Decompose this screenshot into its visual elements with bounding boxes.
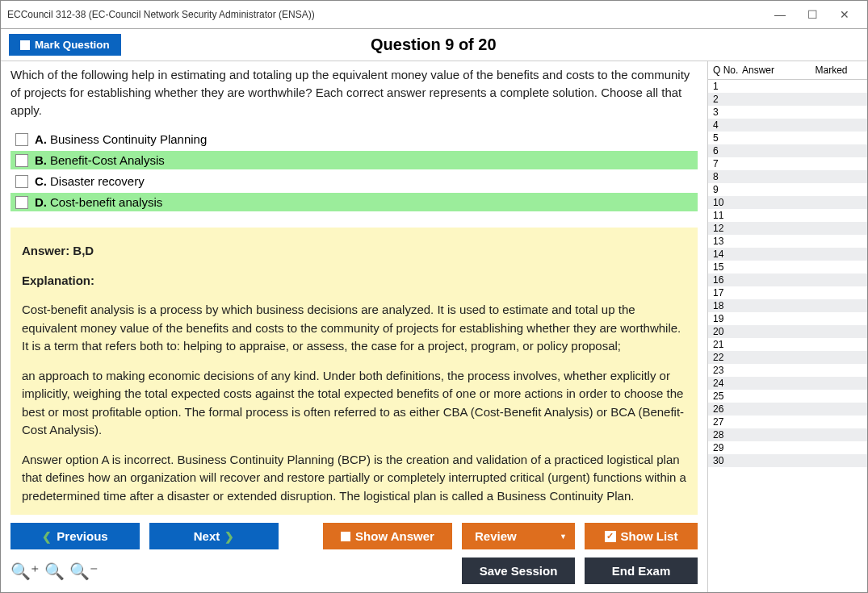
option-text: Business Continuity Planning	[50, 132, 207, 146]
show-list-label: Show List	[621, 529, 678, 543]
col-marked: Marked	[797, 65, 866, 76]
option-row[interactable]: A. Business Continuity Planning	[10, 130, 698, 148]
next-button[interactable]: Next ❯	[149, 523, 279, 549]
col-answer: Answer	[742, 65, 797, 76]
question-list-row[interactable]: 16	[708, 274, 867, 286]
close-icon[interactable]: ✕	[828, 4, 861, 25]
row-qno: 16	[713, 274, 745, 286]
minimize-icon[interactable]: —	[764, 4, 796, 25]
row-qno: 18	[713, 300, 745, 311]
previous-button[interactable]: ❮ Previous	[10, 523, 140, 549]
option-letter: C.	[35, 174, 47, 188]
mark-question-button[interactable]: Mark Question	[9, 34, 121, 56]
question-list-row[interactable]: 9	[708, 183, 867, 196]
question-list-sidebar: Q No. Answer Marked 12345678910111213141…	[707, 61, 867, 592]
question-list-row[interactable]: 14	[708, 248, 867, 261]
question-list-row[interactable]: 13	[708, 235, 867, 248]
question-list-row[interactable]: 28	[708, 428, 867, 441]
row-qno: 11	[713, 210, 745, 221]
question-list-row[interactable]: 8	[708, 170, 867, 183]
answer-panel: Answer: B,D Explanation: Cost-benefit an…	[10, 228, 698, 515]
zoom-controls: 🔍⁺ 🔍 🔍⁻	[10, 562, 99, 581]
option-row[interactable]: C. Disaster recovery	[10, 172, 698, 190]
zoom-icon[interactable]: 🔍	[44, 562, 65, 581]
checkbox-icon[interactable]	[15, 175, 28, 188]
review-label: Review	[475, 529, 517, 543]
question-list-row[interactable]: 29	[708, 441, 867, 454]
question-list-row[interactable]: 30	[708, 454, 867, 467]
question-list-row[interactable]: 5	[708, 132, 867, 144]
question-list-row[interactable]: 21	[708, 338, 867, 351]
window-title: ECCouncil 312-38 (EC-Council Network Sec…	[7, 9, 315, 20]
row-qno: 7	[713, 158, 745, 169]
content-scroll[interactable]: Which of the following help in estimatin…	[1, 61, 707, 515]
question-list-row[interactable]: 4	[708, 119, 867, 132]
checkbox-icon[interactable]	[15, 196, 28, 209]
row-qno: 24	[713, 378, 745, 389]
question-list-row[interactable]: 11	[708, 209, 867, 222]
zoom-out-icon[interactable]: 🔍⁻	[69, 562, 99, 581]
question-list-row[interactable]: 7	[708, 157, 867, 170]
question-list-row[interactable]: 17	[708, 286, 867, 299]
option-letter: A.	[35, 132, 47, 146]
question-list-row[interactable]: 20	[708, 325, 867, 338]
zoom-in-icon[interactable]: 🔍⁺	[10, 562, 40, 581]
checkbox-icon[interactable]	[15, 154, 28, 167]
question-list-row[interactable]: 12	[708, 222, 867, 235]
save-session-button[interactable]: Save Session	[462, 558, 575, 584]
option-row[interactable]: D. Cost-benefit analysis	[10, 193, 698, 211]
maximize-icon[interactable]: ☐	[796, 4, 828, 25]
previous-label: Previous	[57, 529, 107, 543]
sidebar-header: Q No. Answer Marked	[708, 61, 867, 80]
question-list-row[interactable]: 19	[708, 312, 867, 325]
question-list-row[interactable]: 23	[708, 364, 867, 377]
question-list-row[interactable]: 26	[708, 403, 867, 416]
end-exam-label: End Exam	[612, 564, 671, 578]
option-letter: D.	[35, 195, 47, 209]
question-list-row[interactable]: 6	[708, 144, 867, 157]
explanation-paragraph: an approach to making economic decisions…	[22, 367, 686, 440]
checkbox-icon	[341, 532, 350, 541]
end-exam-button[interactable]: End Exam	[585, 558, 698, 584]
checkbox-icon[interactable]	[15, 133, 28, 146]
question-list-row[interactable]: 18	[708, 299, 867, 312]
row-qno: 17	[713, 287, 745, 299]
row-qno: 3	[713, 106, 745, 118]
show-answer-label: Show Answer	[355, 529, 434, 543]
option-text: Cost-benefit analysis	[50, 195, 162, 209]
explanation-paragraph: Answer option A is incorrect. Business C…	[22, 451, 686, 506]
row-qno: 19	[713, 313, 745, 324]
explanation-paragraph: Cost-benefit analysis is a process by wh…	[22, 301, 686, 356]
question-list-row[interactable]: 2	[708, 93, 867, 106]
sidebar-scroll[interactable]: 1234567891011121314151617181920212223242…	[708, 80, 867, 592]
body: Which of the following help in estimatin…	[1, 61, 867, 592]
row-qno: 5	[713, 132, 745, 144]
review-button[interactable]: Review ▼	[462, 523, 575, 549]
question-list-row[interactable]: 1	[708, 80, 867, 93]
row-qno: 22	[713, 352, 745, 363]
chevron-left-icon: ❮	[42, 530, 52, 543]
row-qno: 20	[713, 326, 745, 337]
option-row[interactable]: B. Benefit-Cost Analysis	[10, 151, 698, 169]
row-qno: 25	[713, 390, 745, 402]
main-panel: Which of the following help in estimatin…	[1, 61, 707, 592]
question-list-row[interactable]: 10	[708, 196, 867, 209]
show-answer-button[interactable]: Show Answer	[323, 523, 452, 549]
option-letter: B.	[35, 153, 47, 167]
row-qno: 26	[713, 403, 745, 415]
question-list-row[interactable]: 24	[708, 377, 867, 390]
show-list-button[interactable]: ✓ Show List	[585, 523, 698, 549]
options-list: A. Business Continuity PlanningB. Benefi…	[1, 130, 707, 211]
question-list-row[interactable]: 27	[708, 416, 867, 428]
question-list-row[interactable]: 3	[708, 106, 867, 119]
question-list-row[interactable]: 15	[708, 261, 867, 274]
row-qno: 29	[713, 442, 745, 453]
question-list-row[interactable]: 22	[708, 351, 867, 364]
titlebar: ECCouncil 312-38 (EC-Council Network Sec…	[1, 1, 867, 29]
question-list-row[interactable]: 25	[708, 390, 867, 403]
footer-row-1: ❮ Previous Next ❯ Show Answer Review ▼	[10, 523, 698, 549]
footer-row-2: 🔍⁺ 🔍 🔍⁻ Save Session End Exam	[10, 558, 698, 584]
option-text: Disaster recovery	[50, 174, 145, 188]
header-row: Mark Question Question 9 of 20	[1, 29, 867, 61]
row-qno: 21	[713, 339, 745, 350]
